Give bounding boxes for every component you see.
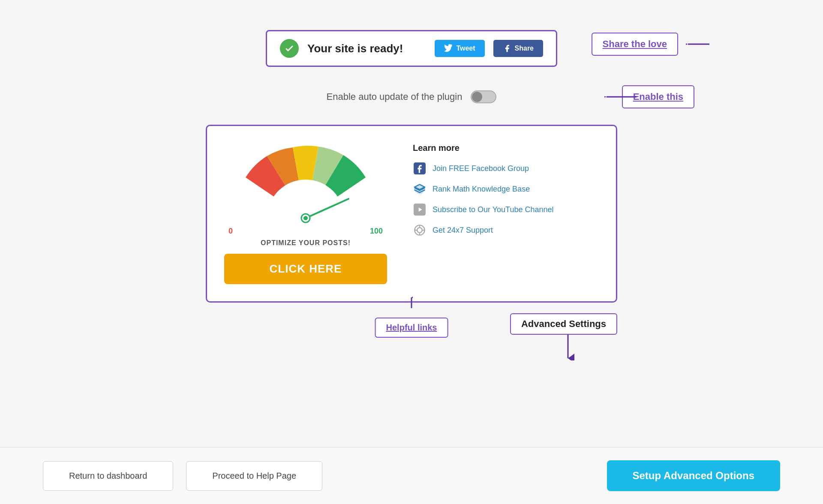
toggle-knob [472, 92, 482, 102]
setup-advanced-button[interactable]: Setup Advanced Options [607, 460, 780, 491]
share-love-annotation: Share the love [592, 33, 712, 56]
youtube-icon [413, 203, 427, 216]
enable-this-label: Enable this [633, 91, 683, 102]
click-here-label: CLICK HERE [270, 262, 342, 275]
gauge-section: 0 100 OPTIMIZE YOUR POSTS! CLICK HERE [224, 143, 387, 284]
learn-more-item-knowledge: Rank Math Knowledge Base [413, 182, 599, 196]
tweet-button[interactable]: Tweet [435, 40, 484, 57]
return-dashboard-button[interactable]: Return to dashboard [43, 461, 173, 491]
share-love-label: Share the love [603, 39, 667, 49]
site-ready-text: Your site is ready! [307, 42, 426, 55]
check-icon [280, 39, 299, 58]
support-icon [413, 223, 427, 237]
knowledge-base-link[interactable]: Rank Math Knowledge Base [433, 185, 530, 194]
bottom-nav: Return to dashboard Proceed to Help Page… [0, 447, 823, 504]
learn-more-title: Learn more [413, 143, 599, 153]
enable-label: Enable auto update of the plugin [327, 91, 463, 102]
main-content-box: 0 100 OPTIMIZE YOUR POSTS! CLICK HERE Le… [206, 125, 617, 303]
proceed-help-label: Proceed to Help Page [212, 471, 296, 480]
facebook-share-button[interactable]: Share [493, 40, 543, 57]
tweet-label: Tweet [456, 45, 475, 52]
optimize-text: OPTIMIZE YOUR POSTS! [261, 239, 351, 247]
gauge-labels: 0 100 [224, 227, 387, 236]
learn-more-links: Join FREE Facebook Group Rank Math Knowl… [413, 162, 599, 237]
learn-more-item-facebook: Join FREE Facebook Group [413, 162, 599, 175]
helpful-links-box[interactable]: Helpful links [375, 318, 448, 338]
share-love-arrow [686, 38, 712, 51]
support-link[interactable]: Get 24x7 Support [433, 226, 493, 235]
learn-more-item-youtube: Subscribe to Our YouTube Channel [413, 203, 599, 216]
return-dashboard-label: Return to dashboard [69, 471, 147, 480]
facebook-group-link[interactable]: Join FREE Facebook Group [433, 164, 529, 173]
svg-point-13 [417, 228, 422, 233]
svg-point-7 [303, 216, 308, 220]
share-love-box[interactable]: Share the love [592, 33, 678, 56]
advanced-settings-label[interactable]: Advanced Settings [521, 318, 606, 329]
setup-advanced-label: Setup Advanced Options [633, 470, 754, 481]
facebook-icon [413, 162, 427, 175]
youtube-channel-link[interactable]: Subscribe to Our YouTube Channel [433, 205, 554, 214]
gauge-label-0: 0 [228, 227, 233, 236]
gauge-chart [233, 143, 378, 225]
fb-share-label: Share [515, 45, 534, 52]
site-ready-banner: Your site is ready! Tweet Share [266, 30, 557, 67]
enable-inner: Enable auto update of the plugin [327, 90, 497, 103]
enable-section: Enable auto update of the plugin Enable … [86, 90, 737, 103]
advanced-settings-arrow [562, 335, 574, 360]
click-here-button[interactable]: CLICK HERE [224, 254, 387, 284]
advanced-settings-box[interactable]: Advanced Settings [510, 313, 617, 335]
enable-this-annotation: Enable this [622, 85, 694, 108]
learn-more-section: Learn more Join FREE Facebook Group Rank… [413, 143, 599, 284]
gauge-label-100: 100 [370, 227, 383, 236]
auto-update-toggle[interactable] [471, 90, 496, 103]
learn-more-item-support: Get 24x7 Support [413, 223, 599, 237]
proceed-help-button[interactable]: Proceed to Help Page [186, 461, 322, 491]
top-row: Your site is ready! Tweet Share Share th… [86, 21, 737, 67]
enable-this-arrow [604, 90, 639, 103]
helpful-links-label[interactable]: Helpful links [386, 323, 437, 332]
annotations-row: Helpful links Advanced Settings [206, 305, 617, 360]
graduation-icon [413, 182, 427, 196]
